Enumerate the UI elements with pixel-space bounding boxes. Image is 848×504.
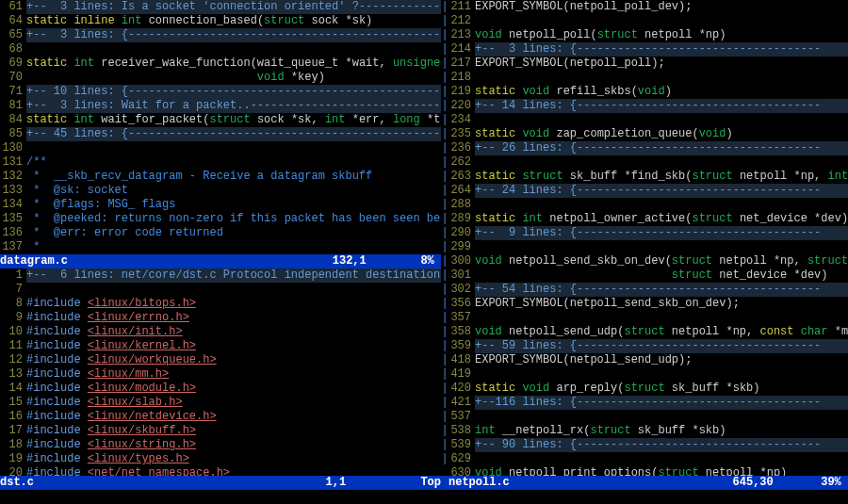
fold-line[interactable]: 421+--116 lines: {----------------------… (448, 396, 848, 410)
fold-line[interactable]: 264+-- 24 lines: {----------------------… (448, 184, 848, 198)
code-line: 70 void *key) (0, 71, 441, 85)
fold-line[interactable]: 61+-- 3 lines: Is a socket 'connection o… (0, 0, 441, 14)
right-column: 211EXPORT_SYMBOL(netpoll_poll_dev);21221… (448, 0, 848, 476)
code-line: 13#include <linux/mm.h> (0, 367, 441, 382)
line-content (475, 410, 848, 424)
line-content (475, 113, 848, 127)
code-line: 288 (448, 198, 848, 212)
line-number: 288 (448, 198, 475, 212)
line-number: 539 (448, 438, 475, 452)
line-number: 9 (0, 311, 26, 325)
code-line: 420static void arp_reply(struct sk_buff … (448, 382, 848, 396)
line-number: 68 (0, 42, 26, 57)
split-pipe: | (441, 42, 448, 57)
fold-line[interactable]: 65+-- 3 lines: {------------------------… (0, 28, 441, 42)
line-number: 130 (0, 141, 26, 155)
code-line: 357 (448, 311, 848, 325)
fold-line[interactable]: 85+-- 45 lines: {-----------------------… (0, 127, 441, 141)
fold-line[interactable]: 214+-- 3 lines: {-----------------------… (448, 42, 848, 57)
line-number: 418 (448, 353, 475, 367)
code-line: 538int __netpoll_rx(struct sk_buff *skb) (448, 424, 848, 438)
code-line: 130 (0, 141, 441, 155)
code-line: 8#include <linux/bitops.h> (0, 297, 441, 311)
line-number: 65 (0, 28, 26, 42)
fold-line[interactable]: 290+-- 9 lines: {-----------------------… (448, 226, 848, 240)
split-pipe: | (441, 353, 448, 367)
status-pct: 8% (420, 254, 433, 268)
fold-line[interactable]: 539+-- 90 lines: {----------------------… (448, 438, 848, 452)
code-line: 17#include <linux/skbuff.h> (0, 424, 441, 438)
split-pipe: | (441, 325, 448, 339)
line-content: #include <linux/errno.h> (26, 311, 441, 325)
pane-dst[interactable]: 1+-- 6 lines: net/core/dst.c Protocol in… (0, 268, 441, 476)
line-content: #include <linux/workqueue.h> (26, 353, 441, 367)
statusbar-datagram: datagram.c 132,1 8% (0, 254, 441, 268)
split-pipe: | (441, 410, 448, 424)
code-line: 289static int netpoll_owner_active(struc… (448, 212, 848, 226)
line-content: static int receiver_wake_function(wait_q… (26, 57, 441, 71)
line-content: +-- 9 lines: {--------------------------… (475, 226, 848, 240)
line-content (475, 240, 848, 254)
fold-line[interactable]: 81+-- 3 lines: Wait for a packet..------… (0, 99, 441, 113)
fold-line[interactable]: 302+-- 54 lines: {----------------------… (448, 283, 848, 297)
split-pipe: | (441, 311, 448, 325)
line-content: void *key) (26, 71, 441, 85)
code-line: 132 * __skb_recv_datagram - Receive a da… (0, 170, 441, 184)
command-area[interactable] (0, 490, 848, 504)
line-number: 213 (448, 28, 475, 42)
line-number: 356 (448, 297, 475, 311)
line-number: 358 (448, 325, 475, 339)
line-content (26, 42, 441, 57)
code-line: 537 (448, 410, 848, 424)
line-number: 64 (0, 14, 26, 28)
split-pipe: | (441, 297, 448, 311)
line-content: +--116 lines: {-------------------------… (475, 396, 848, 410)
line-number: 132 (0, 170, 26, 184)
line-number: 8 (0, 297, 26, 311)
split-pipe: | (441, 367, 448, 382)
fold-line[interactable]: 1+-- 6 lines: net/core/dst.c Protocol in… (0, 268, 441, 283)
code-line: 235static void zap_completion_queue(void… (448, 127, 848, 141)
line-content (475, 311, 848, 325)
code-line: 84static int wait_for_packet(struct sock… (0, 113, 441, 127)
line-content (475, 198, 848, 212)
line-number: 137 (0, 240, 26, 254)
line-content: void netpoll_send_skb_on_dev(struct netp… (475, 254, 848, 268)
code-line: 18#include <linux/string.h> (0, 438, 441, 452)
line-content: * __skb_recv_datagram - Receive a datagr… (26, 170, 441, 184)
pane-datagram[interactable]: 61+-- 3 lines: Is a socket 'connection o… (0, 0, 441, 254)
code-line: 9#include <linux/errno.h> (0, 311, 441, 325)
line-number: 70 (0, 71, 26, 85)
pane-netpoll[interactable]: 211EXPORT_SYMBOL(netpoll_poll_dev);21221… (448, 0, 848, 476)
split-pipe: | (441, 184, 448, 198)
code-line: 301 struct net_device *dev) (448, 268, 848, 283)
line-number: 134 (0, 198, 26, 212)
line-number: 71 (0, 85, 26, 99)
line-number: 131 (0, 155, 26, 170)
line-content: +-- 54 lines: {-------------------------… (475, 283, 848, 297)
code-line: 64static inline int connection_based(str… (0, 14, 441, 28)
statusbar-netpoll: netpoll.c 645,30 39% (441, 476, 848, 490)
split-pipe: | (441, 71, 448, 85)
fold-line[interactable]: 236+-- 26 lines: {----------------------… (448, 141, 848, 155)
code-line: 263static struct sk_buff *find_skb(struc… (448, 170, 848, 184)
line-content: +-- 6 lines: net/core/dst.c Protocol ind… (26, 268, 441, 283)
code-line: 419 (448, 367, 848, 382)
line-content: static void zap_completion_queue(void) (475, 127, 848, 141)
fold-line[interactable]: 359+-- 59 lines: {----------------------… (448, 339, 848, 353)
left-column: 61+-- 3 lines: Is a socket 'connection o… (0, 0, 441, 476)
fold-line[interactable]: 71+-- 10 lines: {-----------------------… (0, 85, 441, 99)
fold-line[interactable]: 220+-- 14 lines: {----------------------… (448, 99, 848, 113)
line-number: 133 (0, 184, 26, 198)
line-content: #include <linux/init.h> (26, 325, 441, 339)
split-pipe: | (441, 452, 448, 466)
line-number: 20 (0, 466, 26, 476)
line-number: 1 (0, 268, 26, 283)
line-content: +-- 3 lines: {--------------------------… (475, 42, 848, 57)
line-number: 15 (0, 396, 26, 410)
line-number: 18 (0, 438, 26, 452)
line-number: 17 (0, 424, 26, 438)
split-pipe: | (441, 141, 448, 155)
line-number: 262 (448, 155, 475, 170)
vertical-split[interactable]: ||||||||||||||||||||||||||||||||| (441, 0, 448, 476)
